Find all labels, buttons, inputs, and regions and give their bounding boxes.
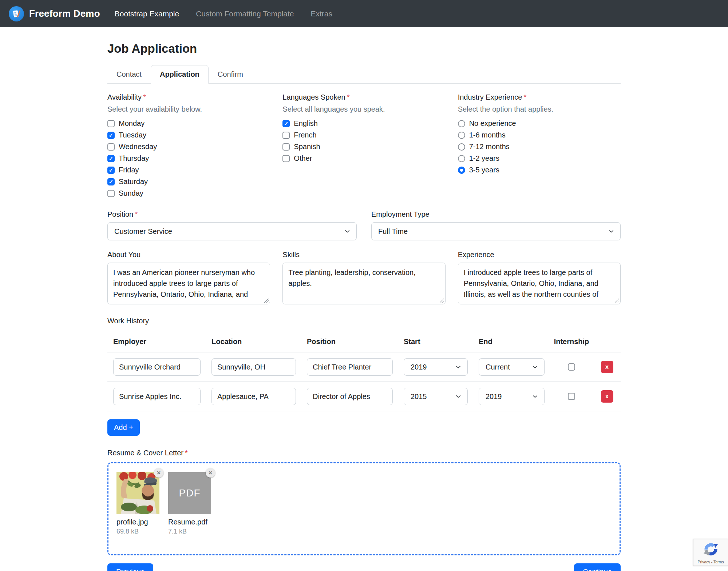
- no-experience-radio[interactable]: [458, 120, 465, 127]
- employer-input[interactable]: [113, 358, 201, 376]
- languages-fieldset: Languages Spoken* Select all languages y…: [282, 93, 445, 201]
- availability-label: Availability: [107, 93, 142, 101]
- start-year-value: 2015: [411, 392, 427, 401]
- option-label: Thursday: [119, 154, 149, 163]
- continue-button[interactable]: Continue: [574, 563, 621, 571]
- sunday-checkbox[interactable]: [107, 190, 115, 197]
- availability-fieldset: Availability* Select your availability b…: [107, 93, 270, 201]
- option-label: Wednesday: [119, 143, 157, 151]
- 1-2-years-radio[interactable]: [458, 155, 465, 162]
- nav-item-extras[interactable]: Extras: [310, 9, 332, 18]
- form-container: Job Application Contact Application Conf…: [107, 27, 621, 571]
- required-asterisk: *: [523, 93, 526, 101]
- recaptcha-badge[interactable]: Privacy - Terms: [693, 539, 728, 566]
- delete-row-button[interactable]: x: [601, 390, 613, 403]
- thursday-checkbox[interactable]: [107, 155, 115, 162]
- option-label: 1-2 years: [469, 154, 499, 163]
- option-label: Monday: [119, 119, 145, 128]
- remove-file-icon[interactable]: [206, 468, 215, 478]
- start-year-value: 2019: [411, 363, 427, 371]
- checkbox-option-french: French: [282, 131, 445, 139]
- end-year-value: Current: [486, 363, 510, 371]
- work-history-row: 2019 Current x: [107, 352, 621, 382]
- languages-help: Select all languages you speak.: [282, 105, 445, 113]
- chevron-down-icon: [345, 229, 350, 234]
- french-checkbox[interactable]: [282, 132, 290, 139]
- tab-contact[interactable]: Contact: [107, 65, 151, 84]
- pdf-thumbnail: PDF: [168, 472, 211, 514]
- form-tabs: Contact Application Confirm: [107, 65, 621, 84]
- radio-option-3-5-years: 3-5 years: [458, 166, 621, 174]
- location-input[interactable]: [211, 388, 296, 405]
- option-label: Other: [294, 154, 312, 163]
- delete-row-button[interactable]: x: [601, 361, 613, 373]
- checkbox-option-monday: Monday: [107, 119, 270, 128]
- previous-button[interactable]: Previous: [107, 563, 153, 571]
- brand[interactable]: Freeform Demo: [9, 6, 100, 21]
- position-select[interactable]: Customer Service: [107, 222, 357, 240]
- employment-type-select[interactable]: Full Time: [371, 222, 621, 240]
- chevron-down-icon: [533, 364, 538, 370]
- position-input[interactable]: [307, 358, 393, 376]
- wednesday-checkbox[interactable]: [107, 143, 115, 151]
- nav-item-bootstrap-example[interactable]: Bootstrap Example: [115, 9, 179, 18]
- radio-option-1-2-years: 1-2 years: [458, 154, 621, 163]
- nav-item-custom-formatting-template[interactable]: Custom Formatting Template: [196, 9, 294, 18]
- remove-file-icon[interactable]: [154, 468, 163, 478]
- about-you-textarea[interactable]: I was an American pioneer nurseryman who…: [107, 263, 270, 304]
- tab-application[interactable]: Application: [151, 65, 209, 84]
- option-label: French: [294, 131, 316, 139]
- saturday-checkbox[interactable]: [107, 178, 115, 185]
- experience-textarea[interactable]: I introduced apple trees to large parts …: [458, 263, 621, 304]
- resume-cover-letter-label: Resume & Cover Letter: [107, 449, 183, 457]
- position-input[interactable]: [307, 388, 393, 405]
- file-dropzone[interactable]: profile.jpg 69.8 kB PDF Resume.pdf 7.1 k…: [107, 462, 621, 555]
- work-history-row: 2015 2019 x: [107, 382, 621, 411]
- end-year-select[interactable]: Current: [479, 358, 545, 376]
- file-size: 69.8 kB: [116, 528, 159, 535]
- about-you-label: About You: [107, 251, 141, 259]
- friday-checkbox[interactable]: [107, 167, 115, 174]
- tuesday-checkbox[interactable]: [107, 132, 115, 139]
- radio-option-no-experience: No experience: [458, 119, 621, 128]
- brand-name: Freeform Demo: [29, 8, 100, 19]
- checkbox-option-other: Other: [282, 154, 445, 163]
- employer-input[interactable]: [113, 388, 201, 405]
- 3-5-years-radio[interactable]: [458, 167, 465, 174]
- end-year-value: 2019: [486, 392, 502, 401]
- option-label: 1-6 months: [469, 131, 506, 139]
- chevron-down-icon: [533, 394, 538, 399]
- end-year-select[interactable]: 2019: [479, 388, 545, 405]
- internship-checkbox[interactable]: [568, 363, 575, 371]
- chevron-down-icon: [609, 229, 614, 234]
- english-checkbox[interactable]: [282, 120, 290, 127]
- location-input[interactable]: [211, 358, 296, 376]
- 1-6-months-radio[interactable]: [458, 132, 465, 139]
- experience-field: Experience I introduced apple trees to l…: [458, 251, 621, 304]
- tab-confirm[interactable]: Confirm: [209, 65, 252, 84]
- spanish-checkbox[interactable]: [282, 143, 290, 151]
- about-you-field: About You I was an American pioneer nurs…: [107, 251, 270, 304]
- option-label: Sunday: [119, 189, 143, 197]
- recaptcha-privacy-terms[interactable]: Privacy - Terms: [697, 560, 724, 564]
- monday-checkbox[interactable]: [107, 120, 115, 127]
- position-field: Position* Customer Service: [107, 210, 357, 240]
- add-row-button[interactable]: Add +: [107, 419, 140, 436]
- experience-label: Experience: [458, 251, 494, 259]
- other-checkbox[interactable]: [282, 155, 290, 162]
- recaptcha-icon: [703, 541, 719, 558]
- skills-label: Skills: [282, 251, 300, 259]
- skills-textarea[interactable]: Tree planting, leadership, conservation,…: [282, 263, 445, 304]
- file-name: profile.jpg: [116, 518, 159, 526]
- checkbox-option-sunday: Sunday: [107, 189, 270, 197]
- work-history-label: Work History: [107, 317, 621, 325]
- start-year-select[interactable]: 2019: [404, 358, 468, 376]
- radio-option-7-12-months: 7-12 months: [458, 143, 621, 151]
- start-year-select[interactable]: 2015: [404, 388, 468, 405]
- option-label: 3-5 years: [469, 166, 499, 174]
- employment-type-field: Employment Type Full Time: [371, 210, 621, 240]
- internship-checkbox[interactable]: [568, 393, 575, 400]
- nav-links: Bootstrap Example Custom Formatting Temp…: [115, 9, 332, 18]
- 7-12-months-radio[interactable]: [458, 143, 465, 151]
- chevron-down-icon: [456, 394, 461, 399]
